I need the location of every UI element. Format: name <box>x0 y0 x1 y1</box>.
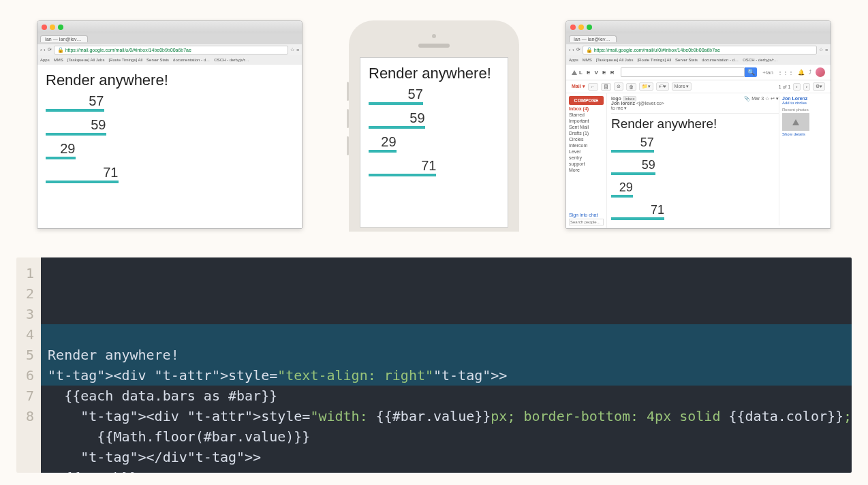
bookmark-item[interactable]: Apps <box>569 58 578 62</box>
bookmark-item[interactable]: MMS <box>583 58 592 62</box>
add-circles[interactable]: Add to circles <box>782 101 826 105</box>
back-icon[interactable]: ‹ <box>569 48 570 52</box>
code-area[interactable]: Render anywhere!"t-tag"><div "t-attr">st… <box>41 257 852 473</box>
bar-value: 57 <box>46 93 104 109</box>
search-button[interactable]: 🔍 <box>745 67 757 77</box>
bar-line <box>611 217 664 220</box>
archive-button[interactable]: 🗄 <box>601 83 611 91</box>
mail-dropdown[interactable]: Mail ▾ <box>572 84 585 89</box>
browser-tab[interactable]: Ian — Ian@lever.co <box>569 35 617 42</box>
bookmark-item[interactable]: [Route Timings] All <box>108 58 142 62</box>
photo-thumb[interactable] <box>782 113 809 131</box>
gmail-body: COMPOSE Inbox (4) Starred Important Sent… <box>566 93 831 228</box>
sidebar-item[interactable]: Circles <box>569 137 604 142</box>
avatar[interactable] <box>816 67 825 77</box>
side-button <box>347 136 349 155</box>
plus-user[interactable]: +Ian <box>762 69 773 76</box>
star-icon[interactable]: ☆ <box>765 96 769 101</box>
next-button[interactable]: › <box>803 83 810 91</box>
reload-icon[interactable]: ⟳ <box>576 47 580 52</box>
bookmark-item[interactable]: Apps <box>40 58 50 62</box>
forward-icon[interactable]: › <box>572 48 574 52</box>
from-name: Jon lorenz <box>611 101 635 106</box>
bookmark-item[interactable]: documentation - d… <box>702 58 739 62</box>
sidebar-item[interactable]: support <box>569 161 604 166</box>
sidebar-item[interactable]: Drafts (1) <box>569 131 604 136</box>
browser-tab[interactable]: Ian — Ian@lever.co <box>40 35 88 42</box>
more-button[interactable]: More ▾ <box>672 82 692 91</box>
forward-icon[interactable]: › <box>44 48 45 52</box>
sidebar-item[interactable]: sentry <box>569 155 604 160</box>
bookmark-item[interactable]: Server Stats <box>146 58 169 62</box>
apps-icon[interactable]: ⋮⋮⋮ <box>777 69 794 76</box>
gmail-toolbar: Mail ▾ ← 🗄 ⊘ 🗑 📁▾ 🏷▾ More ▾ 1 of 1 ‹ › ⚙… <box>566 80 831 93</box>
reload-icon[interactable]: ⟳ <box>48 47 52 52</box>
sidebar-item-inbox[interactable]: Inbox (4) <box>569 106 604 111</box>
zoom-icon[interactable] <box>58 25 63 30</box>
bookmark-item[interactable]: [Taskqueue] All Jobs <box>67 58 105 62</box>
date: Mar 3 <box>751 96 764 101</box>
url-bar: ‹ › ⟳ 🔒 https://mail.google.com/mail/u/0… <box>566 44 831 55</box>
star-icon[interactable]: ☆ <box>290 47 294 52</box>
sidebar-item[interactable]: Sent Mail <box>569 125 604 129</box>
folder-button[interactable]: 📁▾ <box>639 82 653 91</box>
show-details[interactable]: Show details <box>782 132 826 136</box>
bookmark-item[interactable]: documentation - d… <box>173 58 210 62</box>
bookmark-item[interactable]: OSCH - derbyjs/r… <box>743 58 778 62</box>
page-body: Render anywhere! 57592971 <box>37 65 302 228</box>
bar-line <box>46 133 106 136</box>
url-text: https://mail.google.com/mail/u/0/#inbox/… <box>65 48 191 52</box>
star-icon[interactable]: ☆ <box>819 47 823 52</box>
back-icon[interactable]: ‹ <box>40 48 42 52</box>
bookmark-item[interactable]: MMS <box>54 58 63 62</box>
sidebar-item[interactable]: Starred <box>569 112 604 117</box>
menu-icon[interactable]: ≡ <box>825 48 828 52</box>
chat-signin[interactable]: Sign into chat <box>569 213 604 217</box>
bar-chart: 57592971 <box>611 136 779 220</box>
url-bar: ‹ › ⟳ 🔒 https://mail.google.com/mail/u/0… <box>37 44 302 55</box>
bookmark-item[interactable]: Server Stats <box>675 58 698 62</box>
browser-window-left: Ian — Ian@lever.co ‹ › ⟳ 🔒 https://mail.… <box>37 20 303 229</box>
reply-icon[interactable]: ↩ <box>771 96 775 101</box>
notifications-icon[interactable]: 🔔 <box>798 69 805 76</box>
chat-search[interactable] <box>569 219 604 225</box>
browser-window-right: Ian — Ian@lever.co ‹ › ⟳ 🔒 https://mail.… <box>565 20 831 229</box>
label-button[interactable]: 🏷▾ <box>656 82 669 91</box>
bar-value: 71 <box>611 203 664 217</box>
bookmark-item[interactable]: OSCH - derbyjs/r… <box>214 58 249 62</box>
gmail-header: L E V E R 🔍 +Ian ⋮⋮⋮ 🔔 ⤴ <box>566 65 831 80</box>
sidebar-item[interactable]: Important <box>569 119 604 123</box>
chart-title: Render anywhere! <box>369 65 499 82</box>
zoom-icon[interactable] <box>587 25 592 30</box>
compose-button[interactable]: COMPOSE <box>569 96 604 105</box>
logo-icon <box>572 70 577 75</box>
code-line: {{Math.floor(#bar.value)}} <box>48 426 845 447</box>
back-button[interactable]: ← <box>588 83 598 91</box>
prev-button[interactable]: ‹ <box>793 83 800 91</box>
sidebar-item[interactable]: Lever <box>569 149 604 154</box>
side-button <box>347 82 349 101</box>
url-input[interactable]: 🔒 https://mail.google.com/mail/u/0/#inbo… <box>54 46 288 54</box>
minimize-icon[interactable] <box>50 25 55 30</box>
settings-button[interactable]: ⚙▾ <box>813 82 825 91</box>
bookmark-item[interactable]: [Route Timings] All <box>637 58 671 62</box>
share-icon[interactable]: ⤴ <box>809 69 811 76</box>
contact-name[interactable]: Jon Lorenz <box>782 96 826 101</box>
sidebar-item[interactable]: More <box>569 168 604 172</box>
delete-button[interactable]: 🗑 <box>626 83 636 91</box>
close-icon[interactable] <box>42 25 47 30</box>
menu-icon[interactable]: ≡ <box>296 48 299 52</box>
code-line: "t-tag"><div "t-attr">style="text-align:… <box>48 365 845 386</box>
tab-strip: Ian — Ian@lever.co <box>37 33 302 44</box>
sidebar-item[interactable]: Intercom <box>569 143 604 148</box>
titlebar <box>566 21 831 33</box>
url-input[interactable]: 🔒 https://mail.google.com/mail/u/0/#inbo… <box>583 46 817 54</box>
bar-chart: 57592971 <box>369 87 499 176</box>
search-input[interactable] <box>621 67 745 77</box>
minimize-icon[interactable] <box>578 25 584 30</box>
bookmark-item[interactable]: [Taskqueue] All Jobs <box>596 58 634 62</box>
bar-value: 29 <box>46 141 76 157</box>
bar-value: 29 <box>611 181 633 195</box>
close-icon[interactable] <box>570 25 576 30</box>
spam-button[interactable]: ⊘ <box>614 82 623 91</box>
